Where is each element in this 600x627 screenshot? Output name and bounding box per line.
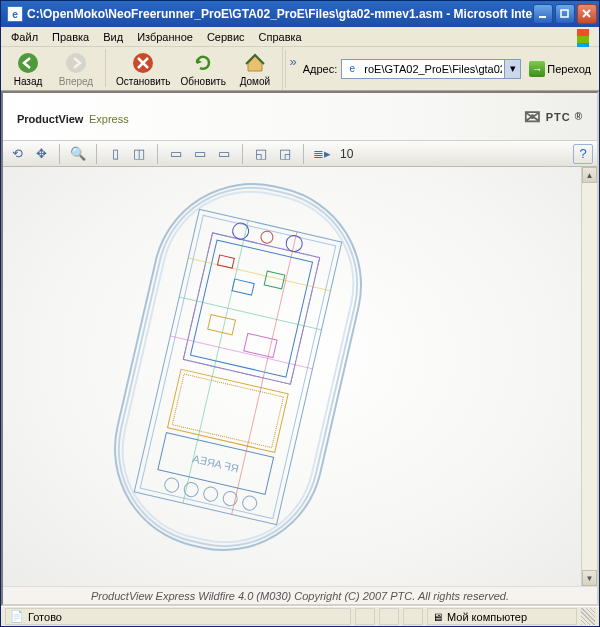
address-favicon: e xyxy=(344,61,360,77)
maximize-button[interactable] xyxy=(555,4,575,24)
svg-rect-1 xyxy=(561,10,568,17)
cad-model: RF AREA xyxy=(94,163,382,571)
menu-edit[interactable]: Правка xyxy=(46,29,95,45)
status-empty-2 xyxy=(379,608,399,625)
svg-point-23 xyxy=(202,486,219,503)
status-main: 📄 Готово xyxy=(5,608,351,625)
stop-icon xyxy=(131,51,155,75)
svg-rect-31 xyxy=(217,255,234,268)
tool-layers-icon[interactable]: ≣▸ xyxy=(312,144,332,164)
address-dropdown-button[interactable]: ▾ xyxy=(504,60,520,78)
home-icon xyxy=(243,51,267,75)
tool-pan-icon[interactable]: ✥ xyxy=(31,144,51,164)
brand-text: ProductView xyxy=(17,113,83,125)
address-label: Адрес: xyxy=(303,63,338,75)
forward-label: Вперед xyxy=(59,76,93,87)
svg-text:RF AREA: RF AREA xyxy=(191,452,240,474)
toolbar-dropdown-icon[interactable]: » xyxy=(287,51,298,71)
window-title: C:\OpenMoko\NeoFreerunner_ProE\GTA02_Pro… xyxy=(27,7,533,21)
go-button[interactable]: → Переход xyxy=(525,59,595,79)
home-button[interactable]: Домой xyxy=(234,49,276,89)
productview-header: ProductView Express ✉ PTC® xyxy=(3,93,597,141)
stop-button[interactable]: Остановить xyxy=(114,49,173,89)
ie-icon: e xyxy=(7,6,23,22)
page-status-icon: 📄 xyxy=(10,610,24,623)
cad-canvas[interactable]: RF AREA xyxy=(3,167,597,586)
svg-rect-18 xyxy=(172,374,283,448)
minimize-button[interactable] xyxy=(533,4,553,24)
address-input[interactable] xyxy=(362,63,504,75)
tool-rotate-icon[interactable]: ⟲ xyxy=(7,144,27,164)
status-zone: 🖥 Мой компьютер xyxy=(427,608,577,625)
computer-icon: 🖥 xyxy=(432,611,443,623)
tool-view5-icon[interactable]: ◲ xyxy=(275,144,295,164)
statusbar: 📄 Готово 🖥 Мой компьютер xyxy=(1,606,599,626)
svg-rect-33 xyxy=(264,271,285,289)
forward-arrow-icon xyxy=(64,51,88,75)
browser-window: e C:\OpenMoko\NeoFreerunner_ProE\GTA02_P… xyxy=(0,0,600,627)
svg-rect-34 xyxy=(208,315,236,335)
forward-button: Вперед xyxy=(55,49,97,89)
svg-rect-32 xyxy=(232,279,254,295)
svg-rect-12 xyxy=(183,233,319,384)
nav-toolbar: Назад Вперед Остановить Обновить Домой » xyxy=(1,47,599,91)
menubar: Файл Правка Вид Избранное Сервис Справка xyxy=(1,27,599,47)
tool-fitall-icon[interactable]: ◫ xyxy=(129,144,149,164)
tool-view2-icon[interactable]: ▭ xyxy=(190,144,210,164)
home-label: Домой xyxy=(240,76,270,87)
back-arrow-icon xyxy=(16,51,40,75)
refresh-button[interactable]: Обновить xyxy=(179,49,228,89)
menu-help[interactable]: Справка xyxy=(253,29,308,45)
ptc-knot-icon: ✉ xyxy=(524,105,542,129)
windows-flag-icon xyxy=(577,29,595,45)
svg-rect-11 xyxy=(183,233,319,384)
back-button[interactable]: Назад xyxy=(7,49,49,89)
productview-toolbar: ⟲ ✥ 🔍 ▯ ◫ ▭ ▭ ▭ ◱ ◲ ≣▸ 10 ? xyxy=(3,141,597,167)
menu-favorites[interactable]: Избранное xyxy=(131,29,199,45)
ptc-text: PTC xyxy=(546,111,571,123)
zoom-value: 10 xyxy=(336,147,357,161)
menu-tools[interactable]: Сервис xyxy=(201,29,251,45)
svg-point-21 xyxy=(163,477,180,494)
content-area: ProductView Express ✉ PTC® ⟲ ✥ 🔍 ▯ ◫ ▭ ▭… xyxy=(1,91,599,606)
menu-file[interactable]: Файл xyxy=(5,29,44,45)
stop-label: Остановить xyxy=(116,76,171,87)
productview-title: ProductView Express xyxy=(17,105,129,128)
tool-zoom-icon[interactable]: 🔍 xyxy=(68,144,88,164)
status-empty-3 xyxy=(403,608,423,625)
titlebar: e C:\OpenMoko\NeoFreerunner_ProE\GTA02_P… xyxy=(1,1,599,27)
go-arrow-icon: → xyxy=(529,61,545,77)
status-empty-1 xyxy=(355,608,375,625)
scrollbar-vertical[interactable]: ▲ ▼ xyxy=(581,167,597,586)
tool-view1-icon[interactable]: ▭ xyxy=(166,144,186,164)
tool-view3-icon[interactable]: ▭ xyxy=(214,144,234,164)
refresh-label: Обновить xyxy=(181,76,226,87)
resize-grip[interactable] xyxy=(581,608,595,625)
help-button[interactable]: ? xyxy=(573,144,593,164)
scroll-down-button[interactable]: ▼ xyxy=(582,570,597,586)
copyright-text: ProductView Express Wildfire 4.0 (M030) … xyxy=(91,590,509,602)
svg-rect-13 xyxy=(190,240,312,377)
svg-point-25 xyxy=(241,495,258,512)
zone-text: Мой компьютер xyxy=(447,611,527,623)
svg-rect-17 xyxy=(168,369,289,452)
scroll-up-button[interactable]: ▲ xyxy=(582,167,597,183)
status-ready-text: Готово xyxy=(28,611,62,623)
svg-point-22 xyxy=(183,481,200,498)
productview-footer: ProductView Express Wildfire 4.0 (M030) … xyxy=(3,586,597,604)
address-field-wrap: e ▾ xyxy=(341,59,521,79)
svg-point-24 xyxy=(222,490,239,507)
svg-point-15 xyxy=(260,230,274,244)
go-label: Переход xyxy=(547,63,591,75)
svg-point-5 xyxy=(66,53,86,73)
close-button[interactable] xyxy=(577,4,597,24)
back-label: Назад xyxy=(14,76,43,87)
tool-view4-icon[interactable]: ◱ xyxy=(251,144,271,164)
refresh-icon xyxy=(191,51,215,75)
svg-point-4 xyxy=(18,53,38,73)
ptc-logo: ✉ PTC® xyxy=(524,105,583,129)
scroll-track[interactable] xyxy=(582,183,597,570)
tool-fit-icon[interactable]: ▯ xyxy=(105,144,125,164)
menu-view[interactable]: Вид xyxy=(97,29,129,45)
edition-text: Express xyxy=(89,113,129,125)
